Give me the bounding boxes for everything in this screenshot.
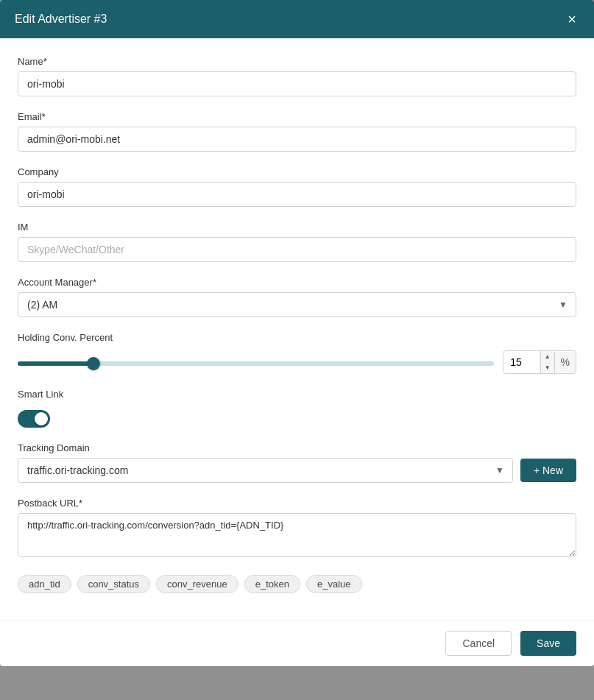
spin-up-button[interactable]: ▲: [541, 351, 554, 362]
modal: Edit Advertiser #3 × Name* Email* Compan…: [0, 0, 594, 666]
tag-e-value[interactable]: e_value: [306, 575, 362, 593]
name-group: Name*: [18, 56, 576, 96]
save-button[interactable]: Save: [520, 631, 576, 656]
postback-url-label: Postback URL*: [18, 498, 576, 509]
name-input[interactable]: [18, 71, 576, 96]
percent-input-wrapper: ▲ ▼ %: [503, 350, 576, 374]
tracking-domain-row: traffic.ori-tracking.com ▼ + New: [18, 458, 576, 483]
toggle-slider: [18, 410, 50, 428]
holding-conv-label: Holding Conv. Percent: [18, 332, 576, 343]
modal-title: Edit Advertiser #3: [15, 13, 107, 26]
tag-conv-status[interactable]: conv_status: [77, 575, 150, 593]
email-label: Email*: [18, 111, 576, 122]
smart-link-group: Smart Link: [18, 389, 576, 428]
company-label: Company: [18, 166, 576, 177]
holding-conv-group: Holding Conv. Percent ▲ ▼ %: [18, 332, 576, 374]
account-manager-select[interactable]: (2) AM: [18, 292, 576, 317]
close-button[interactable]: ×: [565, 12, 579, 26]
name-label: Name*: [18, 56, 576, 67]
holding-conv-slider[interactable]: [18, 361, 494, 366]
tag-adn-tid[interactable]: adn_tid: [18, 575, 71, 593]
tag-row: adn_tid conv_status conv_revenue e_token…: [18, 575, 576, 593]
modal-overlay: Edit Advertiser #3 × Name* Email* Compan…: [0, 0, 594, 700]
tag-e-token[interactable]: e_token: [244, 575, 300, 593]
tracking-domain-label: Tracking Domain: [18, 442, 576, 453]
smart-link-label: Smart Link: [18, 389, 576, 400]
im-label: IM: [18, 222, 576, 233]
im-group: IM: [18, 222, 576, 262]
account-manager-select-wrapper: (2) AM ▼: [18, 292, 576, 317]
percent-spinners: ▲ ▼: [540, 351, 554, 373]
tracking-domain-group: Tracking Domain traffic.ori-tracking.com…: [18, 442, 576, 483]
email-input[interactable]: [18, 127, 576, 152]
modal-body: Name* Email* Company IM Account Manager*: [0, 38, 594, 620]
smart-link-toggle[interactable]: [18, 410, 50, 428]
postback-url-group: Postback URL* http://traffic.ori-trackin…: [18, 498, 576, 560]
tracking-select-wrapper: traffic.ori-tracking.com ▼: [18, 458, 513, 483]
company-group: Company: [18, 166, 576, 207]
company-input[interactable]: [18, 182, 576, 207]
modal-footer: Cancel Save: [0, 620, 594, 666]
spin-down-button[interactable]: ▼: [541, 362, 554, 373]
tag-conv-revenue[interactable]: conv_revenue: [156, 575, 238, 593]
account-manager-label: Account Manager*: [18, 277, 576, 288]
email-group: Email*: [18, 111, 576, 152]
account-manager-group: Account Manager* (2) AM ▼: [18, 277, 576, 317]
modal-header: Edit Advertiser #3 ×: [0, 0, 594, 38]
postback-url-textarea[interactable]: http://traffic.ori-tracking.com/conversi…: [18, 513, 576, 557]
im-input[interactable]: [18, 237, 576, 262]
cancel-button[interactable]: Cancel: [445, 631, 512, 656]
slider-row: ▲ ▼ %: [18, 350, 576, 374]
slider-container: [18, 356, 494, 369]
tracking-domain-select[interactable]: traffic.ori-tracking.com: [18, 458, 513, 483]
percent-sign-icon: %: [554, 352, 576, 372]
new-tracking-domain-button[interactable]: + New: [520, 459, 576, 482]
percent-input[interactable]: [503, 352, 540, 372]
